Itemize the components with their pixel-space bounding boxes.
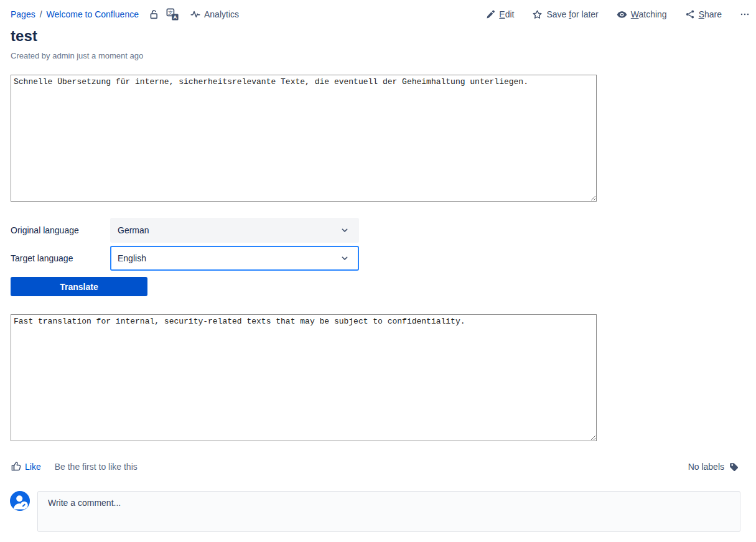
page-toolbar: Pages / Welcome to Confluence 文 A xyxy=(11,6,750,22)
source-text-area[interactable]: Schnelle Übersetzung für interne, sicher… xyxy=(11,75,597,202)
share-button[interactable]: Share xyxy=(685,9,722,19)
pencil-icon xyxy=(485,9,495,19)
svg-text:A: A xyxy=(173,14,177,20)
page-footer: Like Be the first to like this No labels xyxy=(11,459,739,474)
labels-text: No labels xyxy=(688,462,724,472)
analytics-button[interactable]: Analytics xyxy=(190,9,239,19)
user-avatar xyxy=(10,491,30,511)
comment-input[interactable] xyxy=(37,491,740,532)
translate-icon[interactable]: 文 A xyxy=(166,8,179,21)
like-button[interactable]: Like xyxy=(11,461,41,472)
target-language-select[interactable]: English xyxy=(110,246,359,271)
unlocked-padlock-icon[interactable] xyxy=(149,9,159,20)
tag-icon[interactable] xyxy=(729,462,739,472)
target-language-value: English xyxy=(118,253,146,263)
thumbs-up-icon xyxy=(11,461,22,472)
watching-button[interactable]: Watching xyxy=(617,9,667,20)
chevron-down-icon xyxy=(340,225,350,235)
pulse-icon xyxy=(190,9,200,19)
chevron-down-icon xyxy=(340,253,350,263)
comment-section xyxy=(10,491,740,532)
language-settings: Original language German Target language… xyxy=(11,218,359,274)
breadcrumb-separator: / xyxy=(40,9,42,19)
result-text-area[interactable]: Fast translation for internal, security-… xyxy=(11,314,597,441)
breadcrumb-pages-link[interactable]: Pages xyxy=(11,9,35,19)
star-icon xyxy=(532,9,543,20)
page-title: test xyxy=(11,27,37,45)
analytics-label: Analytics xyxy=(204,9,239,19)
eye-icon xyxy=(617,9,627,20)
breadcrumb: Pages / Welcome to Confluence 文 A xyxy=(11,8,239,21)
target-language-label: Target language xyxy=(11,253,110,263)
ellipsis-icon xyxy=(740,9,750,19)
original-language-label: Original language xyxy=(11,225,110,235)
target-language-row: Target language English xyxy=(11,246,359,271)
breadcrumb-space-link[interactable]: Welcome to Confluence xyxy=(47,9,139,19)
share-nodes-icon xyxy=(685,9,695,19)
page-actions: Edit Save for later Wa xyxy=(485,9,750,20)
original-language-select[interactable]: German xyxy=(110,218,359,243)
confluence-page: Pages / Welcome to Confluence 文 A xyxy=(0,0,756,542)
original-language-row: Original language German xyxy=(11,218,359,243)
translate-button[interactable]: Translate xyxy=(11,277,147,296)
more-actions-button[interactable] xyxy=(740,9,750,19)
edit-button[interactable]: Edit xyxy=(485,9,514,19)
like-prompt: Be the first to like this xyxy=(55,462,138,472)
like-label: Like xyxy=(25,462,41,472)
original-language-value: German xyxy=(118,225,149,235)
labels-section: No labels xyxy=(688,462,739,472)
page-byline: Created by admin just a moment ago xyxy=(11,51,143,60)
like-section: Like Be the first to like this xyxy=(11,461,138,472)
save-for-later-button[interactable]: Save for later xyxy=(532,9,598,20)
